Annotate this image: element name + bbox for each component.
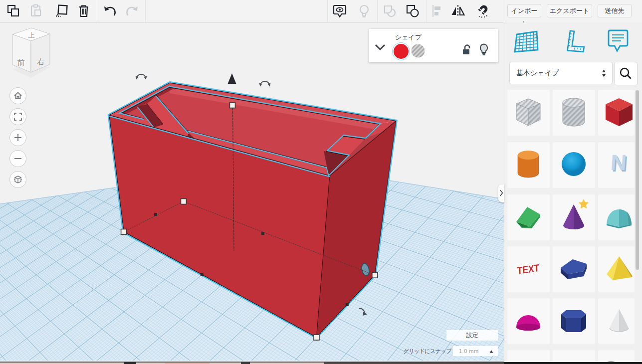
svg-text:右: 右 xyxy=(37,57,45,66)
svg-text:N: N xyxy=(610,150,627,175)
svg-text:上: 上 xyxy=(28,31,35,39)
svg-text:TEXT: TEXT xyxy=(517,262,539,277)
svg-text:前: 前 xyxy=(17,58,25,67)
